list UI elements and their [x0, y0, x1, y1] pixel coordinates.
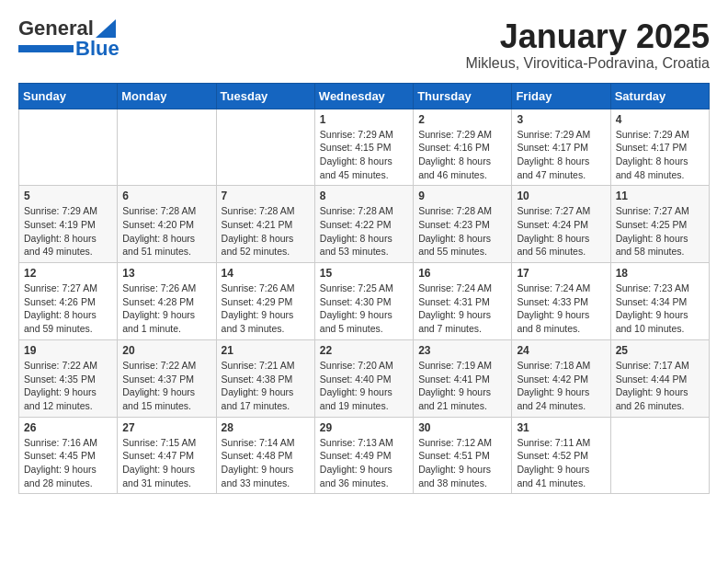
calendar-cell: 28Sunrise: 7:14 AM Sunset: 4:48 PM Dayli… — [216, 417, 314, 494]
day-info: Sunrise: 7:29 AM Sunset: 4:15 PM Dayligh… — [320, 128, 408, 182]
day-number: 12 — [24, 267, 112, 280]
calendar-week-row: 12Sunrise: 7:27 AM Sunset: 4:26 PM Dayli… — [19, 263, 710, 340]
calendar-cell: 22Sunrise: 7:20 AM Sunset: 4:40 PM Dayli… — [314, 339, 413, 417]
calendar-week-row: 19Sunrise: 7:22 AM Sunset: 4:35 PM Dayli… — [19, 339, 710, 417]
calendar-cell — [19, 109, 118, 186]
day-number: 23 — [418, 344, 506, 357]
day-number: 18 — [616, 267, 704, 280]
day-number: 7 — [222, 190, 310, 202]
day-number: 10 — [517, 190, 605, 202]
calendar-cell: 19Sunrise: 7:22 AM Sunset: 4:35 PM Dayli… — [19, 339, 118, 417]
calendar-cell: 12Sunrise: 7:27 AM Sunset: 4:26 PM Dayli… — [19, 263, 118, 340]
day-info: Sunrise: 7:23 AM Sunset: 4:34 PM Dayligh… — [616, 282, 704, 336]
day-info: Sunrise: 7:19 AM Sunset: 4:41 PM Dayligh… — [418, 359, 506, 413]
calendar-cell: 16Sunrise: 7:24 AM Sunset: 4:31 PM Dayli… — [414, 263, 512, 340]
day-number: 13 — [122, 267, 210, 280]
day-number: 17 — [517, 267, 605, 280]
calendar-header-row: SundayMondayTuesdayWednesdayThursdayFrid… — [19, 83, 710, 109]
day-info: Sunrise: 7:11 AM Sunset: 4:52 PM Dayligh… — [517, 436, 605, 490]
calendar-cell: 10Sunrise: 7:27 AM Sunset: 4:24 PM Dayli… — [512, 186, 610, 263]
day-number: 26 — [24, 421, 112, 434]
day-number: 28 — [222, 421, 310, 434]
calendar-cell — [118, 109, 216, 186]
day-info: Sunrise: 7:20 AM Sunset: 4:40 PM Dayligh… — [320, 359, 408, 413]
calendar-cell: 3Sunrise: 7:29 AM Sunset: 4:17 PM Daylig… — [512, 109, 610, 186]
day-number: 24 — [517, 344, 605, 357]
day-number: 5 — [24, 190, 112, 202]
logo: General Blue — [18, 18, 119, 59]
day-number: 25 — [616, 344, 704, 357]
day-number: 15 — [320, 267, 408, 280]
page-title: January 2025 — [465, 18, 710, 55]
day-info: Sunrise: 7:28 AM Sunset: 4:21 PM Dayligh… — [222, 204, 310, 259]
day-number: 20 — [122, 344, 210, 357]
col-header-monday: Monday — [118, 83, 216, 109]
calendar-cell: 29Sunrise: 7:13 AM Sunset: 4:49 PM Dayli… — [314, 417, 413, 494]
day-info: Sunrise: 7:13 AM Sunset: 4:49 PM Dayligh… — [320, 436, 408, 490]
calendar-cell: 13Sunrise: 7:26 AM Sunset: 4:28 PM Dayli… — [118, 263, 216, 340]
day-info: Sunrise: 7:22 AM Sunset: 4:37 PM Dayligh… — [122, 359, 210, 413]
page-subtitle: Mikleus, Virovitica-Podravina, Croatia — [465, 55, 710, 72]
calendar-cell: 5Sunrise: 7:29 AM Sunset: 4:19 PM Daylig… — [19, 186, 118, 263]
calendar-cell: 6Sunrise: 7:28 AM Sunset: 4:20 PM Daylig… — [118, 186, 216, 263]
day-info: Sunrise: 7:14 AM Sunset: 4:48 PM Dayligh… — [222, 436, 310, 490]
calendar-cell: 23Sunrise: 7:19 AM Sunset: 4:41 PM Dayli… — [414, 339, 512, 417]
day-info: Sunrise: 7:24 AM Sunset: 4:31 PM Dayligh… — [418, 282, 506, 336]
calendar-cell: 21Sunrise: 7:21 AM Sunset: 4:38 PM Dayli… — [216, 339, 314, 417]
calendar-cell: 18Sunrise: 7:23 AM Sunset: 4:34 PM Dayli… — [610, 263, 709, 340]
day-info: Sunrise: 7:25 AM Sunset: 4:30 PM Dayligh… — [320, 282, 408, 336]
day-number: 30 — [418, 421, 506, 434]
logo-general: General — [18, 18, 94, 39]
calendar-cell: 9Sunrise: 7:28 AM Sunset: 4:23 PM Daylig… — [414, 186, 512, 263]
day-number: 3 — [517, 113, 605, 126]
calendar-cell: 11Sunrise: 7:27 AM Sunset: 4:25 PM Dayli… — [610, 186, 709, 263]
calendar-cell: 4Sunrise: 7:29 AM Sunset: 4:17 PM Daylig… — [610, 109, 709, 186]
calendar-table: SundayMondayTuesdayWednesdayThursdayFrid… — [18, 83, 710, 495]
logo-icon — [96, 19, 116, 38]
calendar-cell: 7Sunrise: 7:28 AM Sunset: 4:21 PM Daylig… — [216, 186, 314, 263]
day-info: Sunrise: 7:28 AM Sunset: 4:23 PM Dayligh… — [418, 204, 506, 259]
col-header-saturday: Saturday — [610, 83, 709, 109]
calendar-week-row: 1Sunrise: 7:29 AM Sunset: 4:15 PM Daylig… — [19, 109, 710, 186]
day-number: 4 — [616, 113, 704, 126]
day-info: Sunrise: 7:28 AM Sunset: 4:22 PM Dayligh… — [320, 204, 408, 259]
day-info: Sunrise: 7:17 AM Sunset: 4:44 PM Dayligh… — [616, 359, 704, 413]
calendar-cell: 20Sunrise: 7:22 AM Sunset: 4:37 PM Dayli… — [118, 339, 216, 417]
day-info: Sunrise: 7:27 AM Sunset: 4:24 PM Dayligh… — [517, 204, 605, 259]
calendar-cell: 24Sunrise: 7:18 AM Sunset: 4:42 PM Dayli… — [512, 339, 610, 417]
calendar-cell: 26Sunrise: 7:16 AM Sunset: 4:45 PM Dayli… — [19, 417, 118, 494]
col-header-tuesday: Tuesday — [216, 83, 314, 109]
day-number: 21 — [222, 344, 310, 357]
day-number: 11 — [616, 190, 704, 202]
calendar-cell: 14Sunrise: 7:26 AM Sunset: 4:29 PM Dayli… — [216, 263, 314, 340]
day-number: 22 — [320, 344, 408, 357]
col-header-friday: Friday — [512, 83, 610, 109]
page-header: General Blue January 2025 Mikleus, Virov… — [18, 18, 710, 72]
day-info: Sunrise: 7:18 AM Sunset: 4:42 PM Dayligh… — [517, 359, 605, 413]
svg-rect-1 — [18, 45, 74, 52]
svg-marker-0 — [96, 19, 116, 38]
col-header-wednesday: Wednesday — [314, 83, 413, 109]
day-number: 27 — [122, 421, 210, 434]
day-info: Sunrise: 7:24 AM Sunset: 4:33 PM Dayligh… — [517, 282, 605, 336]
day-info: Sunrise: 7:12 AM Sunset: 4:51 PM Dayligh… — [418, 436, 506, 490]
col-header-sunday: Sunday — [19, 83, 118, 109]
day-number: 6 — [122, 190, 210, 202]
calendar-cell: 17Sunrise: 7:24 AM Sunset: 4:33 PM Dayli… — [512, 263, 610, 340]
title-block: January 2025 Mikleus, Virovitica-Podravi… — [465, 18, 710, 72]
day-info: Sunrise: 7:29 AM Sunset: 4:17 PM Dayligh… — [517, 128, 605, 182]
day-info: Sunrise: 7:29 AM Sunset: 4:17 PM Dayligh… — [616, 128, 704, 182]
day-info: Sunrise: 7:22 AM Sunset: 4:35 PM Dayligh… — [24, 359, 112, 413]
day-info: Sunrise: 7:27 AM Sunset: 4:25 PM Dayligh… — [616, 204, 704, 259]
day-info: Sunrise: 7:26 AM Sunset: 4:29 PM Dayligh… — [222, 282, 310, 336]
day-number: 16 — [418, 267, 506, 280]
day-number: 1 — [320, 113, 408, 126]
day-number: 19 — [24, 344, 112, 357]
calendar-cell: 27Sunrise: 7:15 AM Sunset: 4:47 PM Dayli… — [118, 417, 216, 494]
calendar-cell: 2Sunrise: 7:29 AM Sunset: 4:16 PM Daylig… — [414, 109, 512, 186]
calendar-cell — [610, 417, 709, 494]
calendar-cell: 1Sunrise: 7:29 AM Sunset: 4:15 PM Daylig… — [314, 109, 413, 186]
day-number: 2 — [418, 113, 506, 126]
day-info: Sunrise: 7:29 AM Sunset: 4:19 PM Dayligh… — [24, 204, 112, 259]
col-header-thursday: Thursday — [414, 83, 512, 109]
